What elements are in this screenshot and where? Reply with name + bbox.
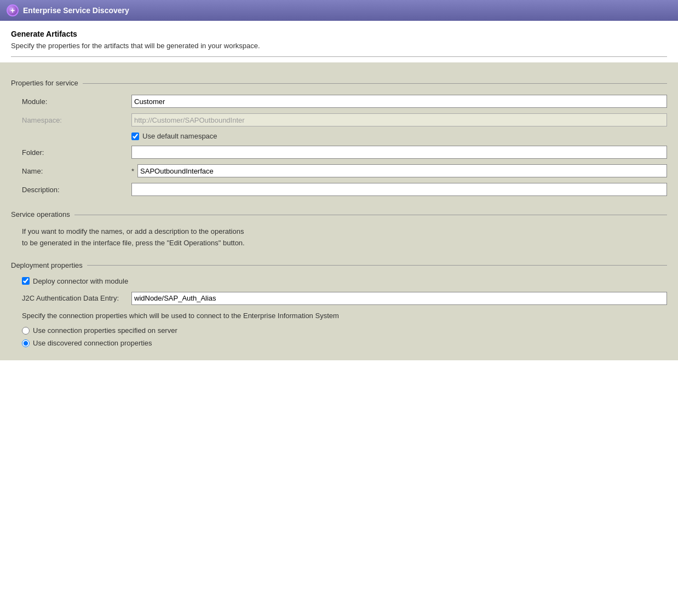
service-ops-description: If you want to modify the names, or add … (11, 226, 667, 249)
title-bar: Enterprise Service Discovery (0, 0, 678, 21)
service-ops-group-header: Service operations (11, 210, 667, 218)
connection-description: Specify the connection properties which … (11, 310, 667, 321)
deploy-checkbox-row: Deploy connector with module (11, 277, 667, 285)
page-title: Generate Artifacts (11, 30, 667, 38)
name-input[interactable] (137, 164, 667, 177)
use-default-namespace-checkbox[interactable] (131, 133, 139, 140)
radio-server[interactable] (22, 327, 30, 335)
deploy-connector-checkbox[interactable] (22, 277, 30, 285)
namespace-input[interactable] (131, 113, 667, 126)
deploy-connector-label: Deploy connector with module (33, 277, 128, 285)
properties-group-label: Properties for service (11, 79, 83, 87)
deployment-properties-section: Deployment properties Deploy connector w… (0, 261, 678, 361)
deployment-group-line (87, 265, 667, 266)
radio-discovered[interactable] (22, 339, 30, 347)
service-ops-label: Service operations (11, 210, 74, 218)
j2c-label: J2C Authentication Data Entry: (22, 294, 131, 302)
namespace-label: Namespace: (22, 116, 131, 124)
header-divider (11, 56, 667, 57)
description-input[interactable] (131, 183, 667, 196)
use-default-namespace-label: Use default namespace (142, 132, 217, 140)
description-row: Description: (11, 183, 667, 196)
j2c-row: J2C Authentication Data Entry: (11, 292, 667, 305)
deployment-group-label: Deployment properties (11, 261, 87, 269)
title-bar-text: Enterprise Service Discovery (23, 6, 129, 15)
name-required: * (131, 167, 134, 175)
name-row: Name: * (11, 164, 667, 177)
namespace-row: Namespace: (11, 113, 667, 126)
folder-input[interactable] (131, 146, 667, 159)
deployment-group-header: Deployment properties (11, 261, 667, 269)
app-icon (7, 4, 19, 16)
use-default-namespace-row: Use default namespace (11, 132, 667, 140)
radio-server-label: Use connection properties specified on s… (33, 326, 177, 335)
module-label: Module: (22, 97, 131, 106)
service-operations-section: Service operations If you want to modify… (0, 210, 678, 261)
properties-group-header: Properties for service (11, 79, 667, 87)
j2c-input[interactable] (131, 292, 667, 305)
folder-label: Folder: (22, 148, 131, 157)
page-description: Specify the properties for the artifacts… (11, 42, 667, 50)
properties-for-service-section: Properties for service Module: Namespace… (0, 62, 678, 210)
properties-group-line (83, 83, 667, 84)
service-ops-line (74, 215, 667, 215)
header-area: Generate Artifacts Specify the propertie… (0, 21, 678, 62)
radio-server-row: Use connection properties specified on s… (11, 326, 667, 335)
radio-discovered-label: Use discovered connection properties (33, 339, 152, 347)
description-label: Description: (22, 186, 131, 194)
module-input[interactable] (131, 95, 667, 108)
module-row: Module: (11, 95, 667, 108)
name-label: Name: (22, 167, 131, 175)
folder-row: Folder: (11, 146, 667, 159)
radio-discovered-row: Use discovered connection properties (11, 339, 667, 347)
